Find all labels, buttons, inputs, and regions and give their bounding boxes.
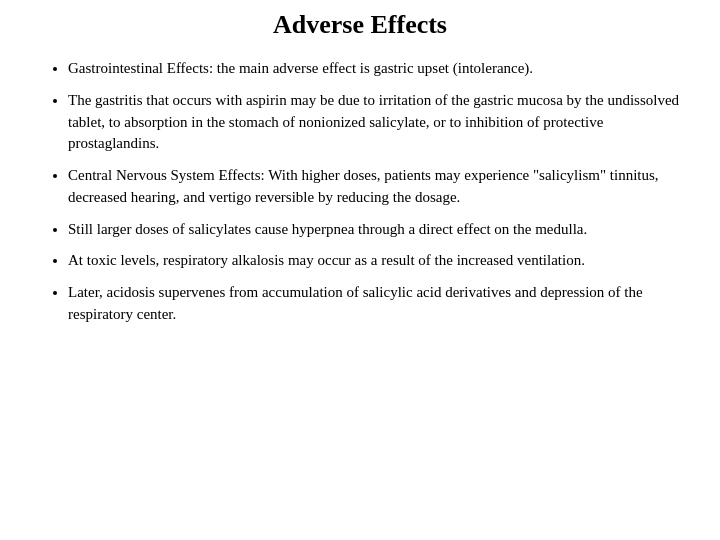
bullet-text-1: Gastrointestinal Effects: the main adver… <box>68 60 533 76</box>
bullet-text-3: Central Nervous System Effects: With hig… <box>68 167 659 205</box>
adverse-effects-list: Gastrointestinal Effects: the main adver… <box>40 58 680 326</box>
bullet-text-5: At toxic levels, respiratory alkalosis m… <box>68 252 585 268</box>
bullet-text-6: Later, acidosis supervenes from accumula… <box>68 284 643 322</box>
list-item: At toxic levels, respiratory alkalosis m… <box>68 250 680 272</box>
list-item: The gastritis that occurs with aspirin m… <box>68 90 680 155</box>
list-item: Central Nervous System Effects: With hig… <box>68 165 680 209</box>
list-item: Gastrointestinal Effects: the main adver… <box>68 58 680 80</box>
bullet-text-2: The gastritis that occurs with aspirin m… <box>68 92 679 152</box>
list-item: Still larger doses of salicylates cause … <box>68 219 680 241</box>
page-title: Adverse Effects <box>40 10 680 40</box>
list-item: Later, acidosis supervenes from accumula… <box>68 282 680 326</box>
bullet-text-4: Still larger doses of salicylates cause … <box>68 221 587 237</box>
page-container: Adverse Effects Gastrointestinal Effects… <box>0 0 720 540</box>
